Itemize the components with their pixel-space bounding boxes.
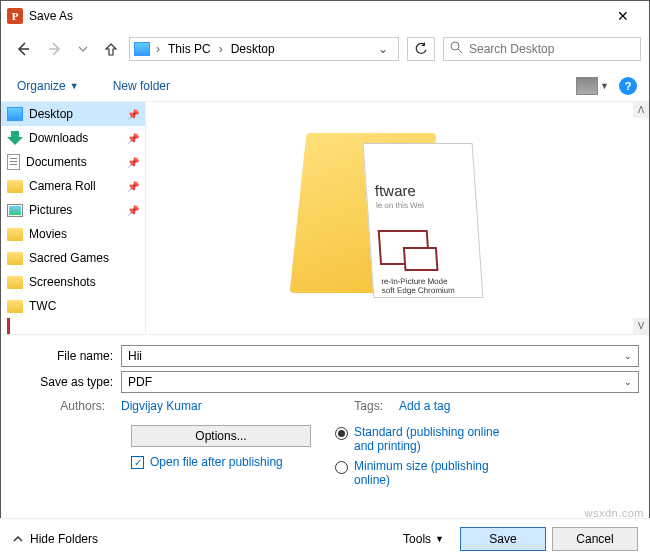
download-icon — [7, 131, 23, 145]
chevron-down-icon[interactable]: ⌄ — [624, 377, 632, 387]
crumb-sep: › — [154, 42, 162, 56]
sidebar-item-label: Movies — [29, 227, 67, 241]
preview-text: le on this Wel — [375, 201, 468, 210]
organize-menu[interactable]: Organize ▼ — [13, 77, 83, 95]
radio-minimum[interactable]: Minimum size (publishing online) — [335, 459, 514, 487]
sidebar-item-screenshots[interactable]: Screenshots — [1, 270, 145, 294]
forward-button[interactable] — [41, 35, 69, 63]
pin-icon: 📌 — [127, 157, 139, 168]
chevron-down-icon: ▼ — [435, 534, 444, 544]
radio-standard[interactable]: Standard (publishing online and printing… — [335, 425, 514, 453]
pc-icon — [134, 42, 150, 56]
chevron-down-icon[interactable]: ⌄ — [624, 351, 632, 361]
organize-label: Organize — [17, 79, 66, 93]
search-placeholder: Search Desktop — [469, 42, 554, 56]
filename-label: File name: — [11, 349, 121, 363]
sidebar-item-sacredgames[interactable]: Sacred Games — [1, 246, 145, 270]
view-button[interactable] — [576, 77, 598, 95]
sidebar-item-movies[interactable]: Movies — [1, 222, 145, 246]
pin-icon: 📌 — [127, 133, 139, 144]
sidebar-item-documents[interactable]: Documents 📌 — [1, 150, 145, 174]
folder-icon — [7, 300, 23, 313]
sidebar-item-desktop[interactable]: Desktop 📌 — [1, 102, 145, 126]
chevron-up-icon — [12, 533, 24, 545]
tags-value[interactable]: Add a tag — [399, 399, 450, 413]
radio-icon — [335, 461, 348, 474]
sidebar-item-label: Pictures — [29, 203, 72, 217]
folder-icon — [7, 180, 23, 193]
svg-line-5 — [458, 49, 462, 53]
folder-icon — [7, 228, 23, 241]
tools-label: Tools — [403, 532, 431, 546]
app-icon: P — [7, 8, 23, 24]
sidebar-item-label: Desktop — [29, 107, 73, 121]
sidebar-item-label: Documents — [26, 155, 87, 169]
svg-point-4 — [451, 42, 459, 50]
address-bar[interactable]: › This PC › Desktop ⌄ — [129, 37, 399, 61]
help-button[interactable]: ? — [619, 77, 637, 95]
breadcrumb-root[interactable]: This PC — [166, 42, 213, 56]
pic-icon — [7, 204, 23, 217]
sidebar-item-label: Screenshots — [29, 275, 96, 289]
sidebar-item-label: Camera Roll — [29, 179, 96, 193]
sidebar-item-hidden[interactable] — [1, 318, 145, 334]
folder-icon — [7, 252, 23, 265]
sidebar: Desktop 📌 Downloads 📌 Documents 📌 Camera… — [1, 102, 146, 334]
close-button[interactable]: ✕ — [603, 8, 643, 24]
options-button[interactable]: Options... — [131, 425, 311, 447]
sidebar-item-pictures[interactable]: Pictures 📌 — [1, 198, 145, 222]
pin-icon: 📌 — [127, 181, 139, 192]
scroll-down-button[interactable]: ᐯ — [633, 318, 649, 334]
chevron-down-icon[interactable]: ▼ — [600, 81, 609, 91]
checkbox-icon: ✓ — [131, 456, 144, 469]
pin-icon: 📌 — [127, 109, 139, 120]
back-button[interactable] — [9, 35, 37, 63]
folder-icon — [7, 276, 23, 289]
desktop-icon — [7, 107, 23, 121]
new-folder-label: New folder — [113, 79, 170, 93]
authors-value[interactable]: Digvijay Kumar — [121, 399, 202, 413]
open-after-publish-checkbox[interactable]: ✓ Open file after publishing — [131, 455, 331, 469]
address-dropdown[interactable]: ⌄ — [372, 42, 394, 56]
cancel-button[interactable]: Cancel — [552, 527, 638, 551]
sidebar-item-cameraroll[interactable]: Camera Roll 📌 — [1, 174, 145, 198]
preview-text: ftware — [374, 182, 467, 199]
checkbox-label: Open file after publishing — [150, 455, 283, 469]
crumb-sep: › — [217, 42, 225, 56]
pin-icon: 📌 — [127, 205, 139, 216]
sidebar-item-label: Downloads — [29, 131, 88, 145]
sidebar-item-label: TWC — [29, 299, 56, 313]
up-button[interactable] — [97, 35, 125, 63]
new-folder-button[interactable]: New folder — [109, 77, 174, 95]
authors-label: Authors: — [11, 399, 113, 413]
window-title: Save As — [29, 9, 603, 23]
breadcrumb-leaf[interactable]: Desktop — [229, 42, 277, 56]
folder-content[interactable]: ᐱ ftware le on this Wel re-In-Picture Mo… — [146, 102, 649, 334]
sidebar-item-downloads[interactable]: Downloads 📌 — [1, 126, 145, 150]
radio-label: Minimum size (publishing online) — [354, 459, 514, 487]
sidebar-item-twc[interactable]: TWC — [1, 294, 145, 318]
search-input[interactable]: Search Desktop — [443, 37, 641, 61]
doc-icon — [7, 154, 20, 170]
tools-menu[interactable]: Tools ▼ — [403, 532, 444, 546]
filename-value: Hii — [128, 349, 142, 363]
sidebar-item-label: Sacred Games — [29, 251, 109, 265]
hide-folders-button[interactable]: Hide Folders — [12, 532, 98, 546]
preview-text: re-In-Picture Mode — [380, 277, 473, 286]
scroll-up-button[interactable]: ᐱ — [633, 102, 649, 118]
svg-text:P: P — [12, 10, 19, 22]
red-bar-icon — [7, 318, 10, 334]
filetype-label: Save as type: — [11, 375, 121, 389]
search-icon — [450, 41, 463, 57]
hide-folders-label: Hide Folders — [30, 532, 98, 546]
save-button[interactable]: Save — [460, 527, 546, 551]
refresh-button[interactable] — [407, 37, 435, 61]
preview-text: soft Edge Chromium — [381, 286, 474, 295]
radio-label: Standard (publishing online and printing… — [354, 425, 514, 453]
filetype-value: PDF — [128, 375, 152, 389]
history-dropdown[interactable] — [73, 35, 93, 63]
filename-input[interactable]: Hii ⌄ — [121, 345, 639, 367]
folder-preview: ftware le on this Wel re-In-Picture Mode… — [298, 123, 498, 313]
filetype-select[interactable]: PDF ⌄ — [121, 371, 639, 393]
radio-icon — [335, 427, 348, 440]
